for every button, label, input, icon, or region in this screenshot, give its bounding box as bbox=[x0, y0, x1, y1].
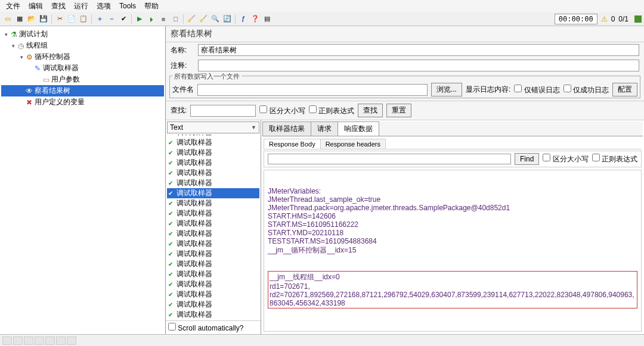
cut-icon[interactable]: ✂ bbox=[54, 14, 65, 24]
menu-文件[interactable]: 文件 bbox=[2, 0, 24, 13]
start-no-timers-icon[interactable]: ⏵ bbox=[146, 14, 157, 24]
tree-test-plan[interactable]: ▾⚗ 测试计划 bbox=[1, 29, 164, 40]
result-item[interactable]: ✔调试取样器 bbox=[167, 158, 259, 168]
search-button[interactable]: 查找 bbox=[358, 104, 383, 117]
reset-button[interactable]: 重置 bbox=[386, 104, 411, 117]
save-icon[interactable]: 💾 bbox=[38, 14, 49, 24]
status-icon-5[interactable] bbox=[45, 336, 55, 345]
result-item[interactable]: ✔调试取样器 bbox=[167, 168, 259, 178]
help-icon[interactable]: ❓ bbox=[250, 14, 261, 24]
tree-view-results-tree[interactable]: 👁 察看结果树 bbox=[1, 85, 164, 96]
status-icon-2[interactable] bbox=[13, 336, 23, 345]
result-item[interactable]: ✔调试取样器 bbox=[167, 259, 259, 269]
result-item[interactable]: ✔调试取样器 bbox=[167, 269, 259, 279]
results-list[interactable]: ✔调试取样器✔调试取样器✔调试取样器✔调试取样器✔调试取样器✔调试取样器✔调试取… bbox=[167, 135, 259, 320]
status-icon-4[interactable] bbox=[35, 336, 44, 345]
result-item[interactable]: ✔调试取样器 bbox=[167, 138, 259, 148]
collapse-icon[interactable]: － bbox=[106, 14, 117, 24]
status-icon-6[interactable] bbox=[56, 336, 66, 345]
detail-tab-0[interactable]: 取样器结果 bbox=[262, 121, 311, 136]
test-plan-tree[interactable]: ▾⚗ 测试计划 ▾◷ 线程组 ▾⚙ 循环控制器 ✎ 调试取样器 ▭ 用户参数 👁 bbox=[0, 26, 166, 334]
templates2-icon[interactable]: ▤ bbox=[262, 14, 273, 24]
menu-编辑[interactable]: 编辑 bbox=[25, 0, 47, 13]
toggle-icon[interactable]: ✔ bbox=[118, 14, 129, 24]
status-icon-3[interactable] bbox=[24, 336, 33, 345]
result-item[interactable]: ✔调试取样器 bbox=[167, 188, 259, 198]
search-icon[interactable]: 🔍 bbox=[210, 14, 221, 24]
clear-all-icon[interactable]: 🧹 bbox=[198, 14, 209, 24]
tree-thread-group[interactable]: ▾◷ 线程组 bbox=[1, 40, 164, 51]
warning-icon[interactable]: ⚠ bbox=[601, 15, 608, 23]
result-item-label: 调试取样器 bbox=[177, 239, 212, 249]
result-item[interactable]: ✔调试取样器 bbox=[167, 148, 259, 158]
tree-debug-sampler-label: 调试取样器 bbox=[43, 63, 79, 73]
errors-only-checkbox[interactable]: 仅错误日志 bbox=[514, 85, 559, 95]
configure-button[interactable]: 配置 bbox=[612, 83, 637, 96]
detail-tab-1[interactable]: 请求 bbox=[311, 121, 338, 136]
menu-tools[interactable]: Tools bbox=[116, 1, 140, 11]
result-item[interactable]: ✔调试取样器 bbox=[167, 239, 259, 249]
templates-icon[interactable]: ▦ bbox=[14, 14, 25, 24]
search-regex-checkbox[interactable]: 正则表达式 bbox=[309, 105, 354, 116]
copy-icon[interactable]: 📄 bbox=[66, 14, 77, 24]
success-only-checkbox[interactable]: 仅成功日志 bbox=[564, 85, 609, 95]
menu-查找[interactable]: 查找 bbox=[48, 0, 69, 13]
open-icon[interactable]: 📂 bbox=[26, 14, 37, 24]
tree-debug-sampler[interactable]: ✎ 调试取样器 bbox=[1, 63, 164, 74]
tree-loop-controller[interactable]: ▾⚙ 循环控制器 bbox=[1, 51, 164, 63]
result-item[interactable]: ✔调试取样器 bbox=[167, 289, 259, 300]
expand-icon[interactable]: ＋ bbox=[94, 14, 105, 24]
result-item-label: 调试取样器 bbox=[177, 289, 212, 300]
result-item[interactable]: ✔调试取样器 bbox=[167, 310, 259, 320]
result-item[interactable]: ✔调试取样器 bbox=[167, 198, 259, 208]
reset-search-icon[interactable]: 🔄 bbox=[222, 14, 233, 24]
result-item-label: 调试取样器 bbox=[177, 168, 212, 178]
find-regex-checkbox[interactable]: 正则表达式 bbox=[592, 154, 637, 164]
paste-icon[interactable]: 📋 bbox=[78, 14, 89, 24]
new-file-icon[interactable]: ▭ bbox=[2, 14, 13, 24]
result-item[interactable]: ✔调试取样器 bbox=[167, 300, 259, 310]
detail-subtab-1[interactable]: Response headers bbox=[320, 139, 386, 149]
tree-user-defined-vars[interactable]: ✖ 用户定义的变量 bbox=[1, 96, 164, 108]
shutdown-icon[interactable]: ◻ bbox=[170, 14, 181, 24]
detail-subtab-0[interactable]: Response Body bbox=[264, 139, 321, 149]
find-case-checkbox[interactable]: 区分大小写 bbox=[543, 154, 588, 164]
success-icon: ✔ bbox=[168, 220, 177, 227]
search-input[interactable] bbox=[190, 105, 256, 117]
tree-user-params[interactable]: ▭ 用户参数 bbox=[1, 74, 164, 85]
result-item[interactable]: ✔调试取样器 bbox=[167, 208, 259, 219]
menu-运行[interactable]: 运行 bbox=[70, 0, 92, 13]
result-item-label: 调试取样器 bbox=[177, 279, 212, 289]
find-input[interactable] bbox=[268, 154, 511, 164]
start-icon[interactable]: ▶ bbox=[134, 14, 145, 24]
comment-input[interactable] bbox=[198, 60, 639, 71]
log-display-label: 显示日志内容: bbox=[466, 85, 510, 95]
success-icon: ✔ bbox=[168, 241, 177, 247]
status-bar bbox=[0, 334, 644, 346]
response-body[interactable]: JMeterVariables: JMeterThread.last_sampl… bbox=[264, 170, 642, 332]
name-input[interactable] bbox=[198, 44, 639, 56]
function-helper-icon[interactable]: ƒ bbox=[238, 14, 249, 24]
stop-icon[interactable]: ■ bbox=[158, 14, 169, 24]
detail-tab-2[interactable]: 响应数据 bbox=[338, 121, 379, 136]
search-case-checkbox[interactable]: 区分大小写 bbox=[259, 105, 305, 116]
browse-button[interactable]: 浏览... bbox=[431, 83, 462, 96]
clear-icon[interactable]: 🧹 bbox=[186, 14, 197, 24]
menu-帮助[interactable]: 帮助 bbox=[141, 0, 162, 13]
menu-bar: 文件编辑查找运行选项Tools帮助 bbox=[0, 0, 644, 12]
success-icon: ✔ bbox=[168, 180, 177, 186]
result-item[interactable]: ✔调试取样器 bbox=[167, 279, 259, 289]
menu-选项[interactable]: 选项 bbox=[93, 0, 114, 13]
result-item[interactable]: ✔调试取样器 bbox=[167, 249, 259, 259]
thread-status: 0/1 bbox=[618, 15, 628, 23]
status-icon-7[interactable] bbox=[67, 336, 76, 345]
result-item[interactable]: ✔调试取样器 bbox=[167, 229, 259, 239]
renderer-dropdown[interactable]: Text ▼ bbox=[167, 121, 259, 133]
scroll-auto-checkbox[interactable]: Scroll automatically? bbox=[168, 323, 243, 332]
write-to-file-fieldset: 所有数据写入一个文件 文件名 浏览... 显示日志内容: 仅错误日志 仅成功日志… bbox=[169, 76, 640, 98]
find-button[interactable]: Find bbox=[515, 153, 539, 165]
filename-input[interactable] bbox=[197, 84, 428, 96]
result-item[interactable]: ✔调试取样器 bbox=[167, 178, 259, 188]
result-item[interactable]: ✔调试取样器 bbox=[167, 219, 259, 229]
status-icon-1[interactable] bbox=[2, 336, 12, 345]
